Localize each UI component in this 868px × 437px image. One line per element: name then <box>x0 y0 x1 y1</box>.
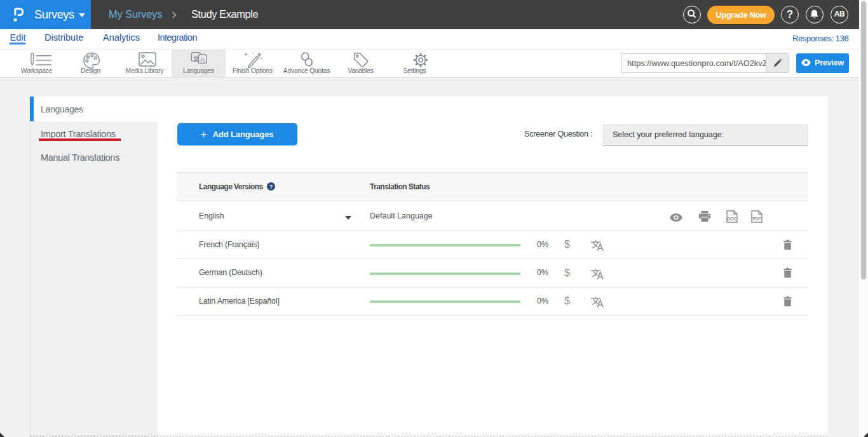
svg-text:DOC: DOC <box>727 217 736 221</box>
svg-text:A: A <box>200 56 205 63</box>
svg-text:?: ? <box>269 184 273 190</box>
svg-text:PDF: PDF <box>752 217 761 221</box>
